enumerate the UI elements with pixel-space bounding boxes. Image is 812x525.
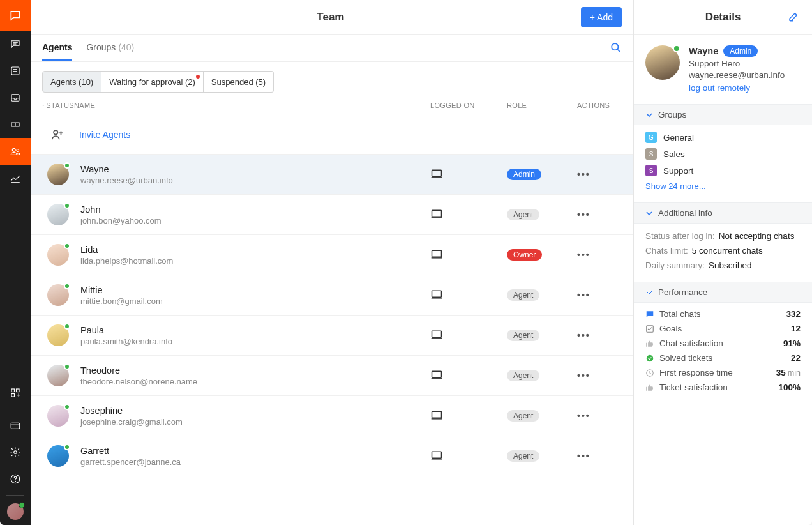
agent-info: Josephine josephine.craig@gmail.com [80,406,430,427]
tab-agents[interactable]: Agents [42,35,72,61]
app-logo[interactable] [0,0,31,31]
agent-name: Garrett [80,446,430,456]
team-header: Team + Add [31,0,633,35]
nav-settings[interactable] [0,439,31,466]
nav-help[interactable] [0,466,31,492]
filter-agents[interactable]: Agents (10) [42,71,102,93]
profile-email: wayne.reese@urban.info [689,70,785,80]
group-list: GGeneralSSalesSSupport [645,132,801,176]
svg-rect-34 [432,411,442,418]
main-area: Team + Add Agents Groups(40) Agents (10)… [31,0,812,525]
agent-info: Lida lida.phelps@hotmail.com [80,245,430,266]
nav-apps[interactable] [0,379,31,406]
section-performance[interactable]: Performance [634,282,812,303]
team-panel: Team + Add Agents Groups(40) Agents (10)… [31,0,633,525]
svg-rect-12 [11,423,20,429]
edit-button[interactable] [788,11,801,24]
table-row[interactable]: Mittie mittie.bon@gmail.com Agent ••• [31,275,633,316]
agent-info: Paula paula.smith@kendra.info [80,325,430,346]
table-row[interactable]: Lida lida.phelps@hotmail.com Owner ••• [31,235,633,275]
nav-analytics[interactable] [0,165,31,192]
perf-item: Ticket satisfaction 100% [645,383,801,392]
agent-name: Lida [80,245,430,255]
row-actions[interactable]: ••• [577,451,622,461]
row-actions[interactable]: ••• [577,290,622,300]
agent-email: john.bon@yahoo.com [80,216,430,225]
nav-team[interactable] [0,138,31,165]
section-additional[interactable]: Additional info [634,202,812,224]
details-header: Details [634,0,812,35]
table-row[interactable]: Wayne wayne.reese@urban.info Admin ••• [31,155,633,195]
filter-row: Agents (10) Waiting for approval (2) Sus… [31,62,633,98]
filter-suspended[interactable]: Suspended (5) [204,71,274,93]
role: Agent [507,370,577,381]
agent-email: lida.phelps@hotmail.com [80,256,430,266]
logged-on [430,449,507,464]
svg-rect-26 [432,250,442,257]
row-actions[interactable]: ••• [577,370,622,381]
svg-line-18 [617,49,620,52]
show-more-groups[interactable]: Show 24 more... [645,181,801,191]
table-row[interactable]: Garrett garrett.spencer@joanne.ca Agent … [31,436,633,476]
svg-rect-9 [11,389,15,392]
svg-point-16 [15,481,16,482]
row-actions[interactable]: ••• [577,411,622,421]
row-actions[interactable]: ••• [577,169,622,179]
table-row[interactable]: Theodore theodore.nelson@norene.name Age… [31,356,633,396]
agent-info: Mittie mittie.bon@gmail.com [80,285,430,306]
row-actions[interactable]: ••• [577,330,622,340]
search-icon[interactable] [610,42,622,56]
agent-info: Wayne wayne.reese@urban.info [80,164,430,185]
nav-billing[interactable] [0,412,31,439]
svg-rect-24 [432,210,442,217]
logged-on [430,369,507,383]
col-actions: ACTIONS [577,102,622,109]
row-actions[interactable]: ••• [577,209,622,220]
logged-on [430,167,507,182]
role: Agent [507,330,577,341]
nav-tickets[interactable] [0,111,31,138]
agent-email: mittie.bon@gmail.com [80,296,430,306]
svg-rect-2 [11,67,19,75]
group-item[interactable]: SSupport [645,165,801,176]
invite-agents-row[interactable]: Invite Agents [31,116,633,155]
sidebar [0,0,31,525]
role: Owner [507,249,577,261]
svg-rect-11 [11,394,15,397]
agent-name: Josephine [80,406,430,416]
svg-rect-22 [432,170,442,176]
table-row[interactable]: John john.bon@yahoo.com Agent ••• [31,195,633,235]
nav-chats[interactable] [0,31,31,57]
tab-groups[interactable]: Groups(40) [86,35,134,61]
section-groups[interactable]: Groups [634,104,812,125]
table-row[interactable]: Josephine josephine.craig@gmail.com Agen… [31,396,633,436]
agent-email: josephine.craig@gmail.com [80,417,430,427]
svg-point-14 [14,451,17,454]
agent-email: garrett.spencer@joanne.ca [80,457,430,467]
profile-role-badge: Admin [723,45,758,57]
nav-archive[interactable] [0,57,31,84]
logout-remote-link[interactable]: log out remotely [689,83,785,93]
perf-item: Chat satisfaction 91% [645,339,801,348]
add-button[interactable]: + Add [581,7,622,27]
avatar [47,365,69,386]
svg-rect-32 [432,371,442,377]
table-row[interactable]: Paula paula.smith@kendra.info Agent ••• [31,316,633,356]
group-item[interactable]: GGeneral [645,132,801,143]
row-actions[interactable]: ••• [577,250,622,260]
nav-user-avatar[interactable] [0,498,31,525]
col-status[interactable]: STATUS [42,102,74,109]
agent-name: John [80,204,430,215]
filter-waiting[interactable]: Waiting for approval (2) [102,71,204,93]
role: Admin [507,169,577,180]
invite-icon [47,125,68,145]
logged-on [430,328,507,343]
role: Agent [507,289,577,301]
profile-avatar [645,45,680,80]
group-item[interactable]: SSales [645,148,801,160]
agent-email: wayne.reese@urban.info [80,176,430,185]
role: Agent [507,209,577,220]
agent-name: Paula [80,325,430,335]
nav-inbox[interactable] [0,84,31,111]
logged-on [430,409,507,423]
